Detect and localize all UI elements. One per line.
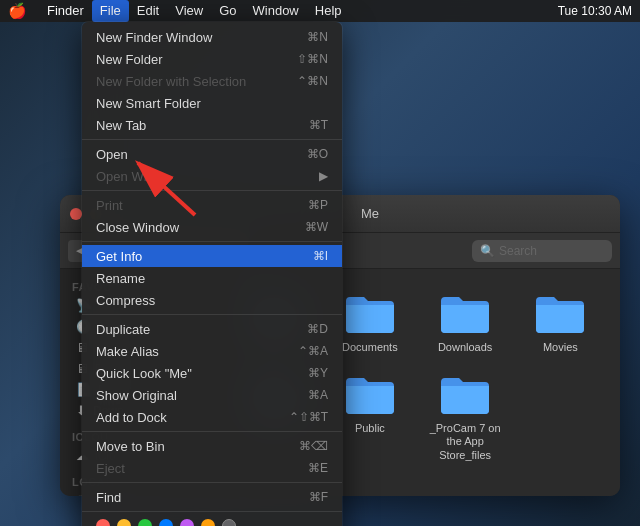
color-dot-blue[interactable]: [159, 519, 173, 526]
menubar-right: Tue 10:30 AM: [558, 4, 632, 18]
folder-documents-label: Documents: [342, 341, 398, 354]
search-icon: 🔍: [480, 244, 495, 258]
close-button[interactable]: [70, 208, 82, 220]
menu-item-print: Print ⌘P: [82, 194, 342, 216]
color-dot-purple[interactable]: [180, 519, 194, 526]
separator-1: [82, 139, 342, 140]
menu-item-compress[interactable]: Compress: [82, 289, 342, 311]
menu-item-close-window[interactable]: Close Window ⌘W: [82, 216, 342, 238]
menu-item-new-tab[interactable]: New Tab ⌘T: [82, 114, 342, 136]
menu-item-eject: Eject ⌘E: [82, 457, 342, 479]
menu-item-open-with: Open With ▶: [82, 165, 342, 187]
menubar-file[interactable]: File: [92, 0, 129, 22]
menubar-go[interactable]: Go: [211, 0, 244, 22]
menubar-window[interactable]: Window: [245, 0, 307, 22]
folder-downloads-label: Downloads: [438, 341, 492, 354]
menubar-edit[interactable]: Edit: [129, 0, 167, 22]
menu-item-new-finder-window[interactable]: New Finder Window ⌘N: [82, 26, 342, 48]
folder-movies-label: Movies: [543, 341, 578, 354]
apple-menu-icon[interactable]: 🍎: [8, 2, 27, 20]
menubar: 🍎 Finder File Edit View Go Window Help T…: [0, 0, 640, 22]
file-dropdown-menu: New Finder Window ⌘N New Folder ⇧⌘N New …: [82, 22, 342, 526]
search-placeholder: Search: [499, 244, 537, 258]
folder-public-label: Public: [355, 422, 385, 435]
menu-item-new-folder-selection: New Folder with Selection ⌃⌘N: [82, 70, 342, 92]
menu-item-show-original[interactable]: Show Original ⌘A: [82, 384, 342, 406]
folder-movies-icon: [532, 289, 588, 337]
separator-5: [82, 431, 342, 432]
color-dot-green[interactable]: [138, 519, 152, 526]
color-dot-orange[interactable]: [117, 519, 131, 526]
separator-2: [82, 190, 342, 191]
menu-item-open[interactable]: Open ⌘O: [82, 143, 342, 165]
color-dot-gray[interactable]: [222, 519, 236, 526]
folder-downloads-icon: [437, 289, 493, 337]
separator-6: [82, 482, 342, 483]
separator-7: [82, 511, 342, 512]
color-dot-yellow[interactable]: [201, 519, 215, 526]
menu-item-new-smart-folder[interactable]: New Smart Folder: [82, 92, 342, 114]
menu-item-find[interactable]: Find ⌘F: [82, 486, 342, 508]
folder-procam-icon: [437, 370, 493, 418]
folder-public-icon: [342, 370, 398, 418]
menubar-help[interactable]: Help: [307, 0, 350, 22]
menu-item-make-alias[interactable]: Make Alias ⌃⌘A: [82, 340, 342, 362]
folder-downloads[interactable]: Downloads: [422, 285, 509, 358]
menu-item-move-to-bin[interactable]: Move to Bin ⌘⌫: [82, 435, 342, 457]
menu-item-duplicate[interactable]: Duplicate ⌘D: [82, 318, 342, 340]
search-bar[interactable]: 🔍 Search: [472, 240, 612, 262]
menu-item-add-to-dock[interactable]: Add to Dock ⌃⇧⌘T: [82, 406, 342, 428]
folder-documents-icon: [342, 289, 398, 337]
menubar-clock: Tue 10:30 AM: [558, 4, 632, 18]
menubar-finder[interactable]: Finder: [39, 0, 92, 22]
folder-procam[interactable]: _ProCam 7 on the App Store_files: [422, 366, 509, 466]
menu-item-new-folder[interactable]: New Folder ⇧⌘N: [82, 48, 342, 70]
separator-3: [82, 241, 342, 242]
menubar-view[interactable]: View: [167, 0, 211, 22]
menu-item-get-info[interactable]: Get Info ⌘I: [82, 245, 342, 267]
folder-movies[interactable]: Movies: [517, 285, 604, 358]
menu-item-quick-look[interactable]: Quick Look "Me" ⌘Y: [82, 362, 342, 384]
menu-color-picker: [82, 515, 342, 526]
separator-4: [82, 314, 342, 315]
folder-procam-label: _ProCam 7 on the App Store_files: [426, 422, 505, 462]
menu-item-rename[interactable]: Rename: [82, 267, 342, 289]
color-dot-red[interactable]: [96, 519, 110, 526]
